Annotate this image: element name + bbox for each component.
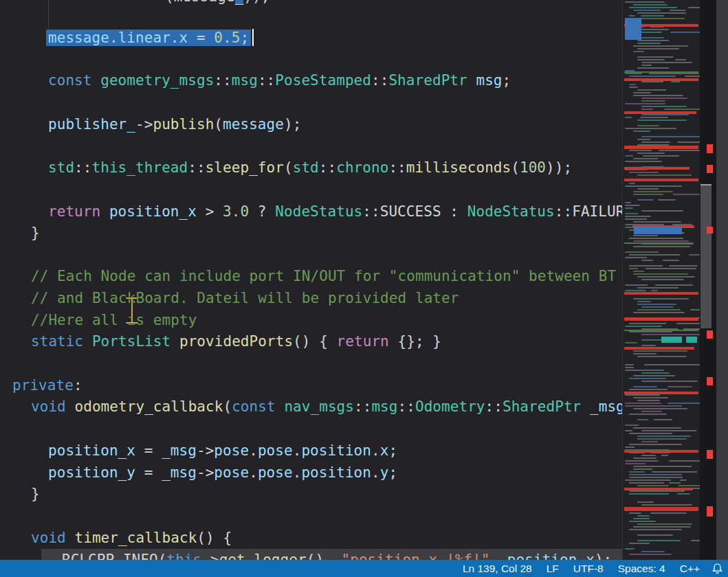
minimap-selection-block [634, 227, 682, 234]
token: y [380, 464, 389, 481]
token: )); [243, 0, 269, 5]
code-line-line-return[interactable]: return position_x > 3.0 ? NodeStatus::SU… [48, 201, 622, 223]
code-line-line-comment-2[interactable]: // and BlackBoard. Dateil will be proivi… [31, 287, 459, 309]
code-line-partial-bottom[interactable]: RCLCPP_INFO(this->get_logger(), "positio… [62, 549, 612, 560]
minimap-code-row [625, 326, 662, 327]
minimap-code-row [641, 441, 658, 442]
code-line-line-const-msg[interactable]: const geometry_msgs::msg::PoseStamped::S… [48, 69, 511, 91]
token: 3.0 [223, 203, 249, 220]
status-item-language[interactable]: C++ [680, 563, 700, 575]
minimap-code-row [629, 7, 677, 8]
token: } [31, 225, 40, 241]
minimap-code-row [664, 109, 700, 110]
minimap-code-row [633, 375, 675, 376]
minimap-code-row [633, 397, 668, 398]
token: (), [307, 552, 342, 560]
code-line-line-sleep[interactable]: std::this_thread::sleep_for(std::chrono:… [48, 157, 572, 179]
scrollbar[interactable] [700, 0, 716, 560]
code-line-line-comment-1[interactable]: // Each Node can include port IN/OUT for… [31, 265, 616, 287]
token: = [135, 464, 162, 481]
token: 0.5 [214, 30, 240, 46]
code-line-line-timer-cb[interactable]: void timer_callback() { [31, 527, 232, 549]
token: ; [240, 30, 249, 46]
minimap-code-row [637, 438, 687, 440]
code-editor[interactable]: (message_));message.linear.x = 0.5;const… [0, 0, 622, 560]
minimap-code-row [633, 10, 661, 11]
token: ? [249, 203, 275, 220]
status-item-encoding[interactable]: UTF-8 [573, 563, 604, 575]
minimap-code-row [633, 353, 657, 354]
minimap-code-row [641, 430, 697, 431]
minimap-code-row [629, 76, 676, 77]
minimap-code-row [629, 254, 680, 256]
code-line-line-publish[interactable]: publisher_->publish(message); [48, 113, 301, 135]
minimap-code-row [652, 471, 698, 473]
minimap-code-row [637, 540, 681, 541]
minimap-code-row [625, 394, 660, 396]
token: : [441, 203, 467, 220]
token: void [31, 398, 75, 415]
token: sleep_for [206, 159, 284, 176]
code-line-line-comment-3[interactable]: //Here all is empty [31, 309, 197, 331]
code-line-line-close-brace-2[interactable]: } [31, 483, 40, 505]
minimap-code-row [688, 7, 700, 8]
minimap-code-row [625, 548, 635, 550]
token: SUCCESS [380, 203, 441, 220]
token: _ [235, 0, 244, 5]
minimap-code-row [641, 345, 656, 346]
code-line-partial-top[interactable]: (message_)); [165, 0, 269, 8]
token: ( [223, 398, 232, 415]
minimap-code-row [637, 419, 648, 420]
minimap-code-row [641, 551, 665, 552]
minimap-code-row [625, 128, 676, 129]
code-line-line-139[interactable]: message.linear.x = 0.5; [48, 27, 254, 49]
minimap-code-row [641, 381, 698, 382]
token: position [301, 464, 371, 481]
minimap-code-row [637, 56, 674, 58]
code-line-line-private[interactable]: private: [12, 374, 82, 396]
code-line-line-provided-ports[interactable]: static PortsList providedPorts() { retur… [31, 330, 441, 352]
code-line-line-position-y[interactable]: position_y = _msg->pose.pose.position.y; [48, 462, 397, 484]
token: //Here all is empty [31, 312, 197, 328]
token: :: [555, 203, 572, 220]
token: x [380, 442, 389, 459]
code-line-line-odometry-cb[interactable]: void odometry_callback(const nav_msgs::m… [31, 396, 622, 418]
token: chrono [336, 159, 388, 176]
minimap-error-line [624, 146, 698, 149]
minimap-code-row [633, 468, 652, 470]
overview-ruler-error-mark [707, 227, 713, 234]
status-item-eol[interactable]: LF [547, 563, 559, 575]
token: . [170, 30, 179, 46]
code-line-line-close-brace-1[interactable]: } [31, 222, 40, 244]
minimap[interactable] [622, 0, 700, 560]
minimap-code-row [625, 446, 635, 448]
scrollbar-thumb[interactable] [701, 184, 712, 328]
minimap-code-row [641, 210, 683, 212]
minimap-code-row [641, 106, 687, 107]
token: geometry_msgs [100, 72, 214, 89]
code-line-line-position-x[interactable]: position_x = _msg->pose.pose.position.x; [48, 440, 397, 462]
minimap-code-row [658, 199, 676, 201]
minimap-code-row [646, 268, 696, 269]
minimap-code-row [625, 216, 651, 217]
token: nav_msgs [284, 398, 354, 415]
token: :: [485, 398, 503, 415]
bell-icon[interactable] [712, 563, 723, 575]
minimap-code-row [633, 246, 690, 247]
minimap-code-row [637, 174, 692, 176]
minimap-code-row [629, 331, 672, 332]
minimap-code-row [637, 120, 687, 121]
minimap-code-row [633, 518, 650, 519]
status-item-indent[interactable]: Spaces: 4 [618, 563, 665, 575]
minimap-error-line [624, 392, 698, 394]
minimap-code-row [625, 370, 664, 371]
token: providedPorts [179, 333, 293, 350]
minimap-code-row [661, 455, 668, 456]
status-bar: Ln 139, Col 28LFUTF-8Spaces: 4C++ [0, 560, 728, 577]
minimap-code-row [629, 183, 635, 184]
minimap-code-row [629, 238, 683, 239]
minimap-code-row [641, 306, 674, 308]
minimap-code-row [671, 81, 680, 82]
token: ); [284, 116, 301, 133]
status-item-line-col[interactable]: Ln 139, Col 28 [463, 563, 532, 575]
